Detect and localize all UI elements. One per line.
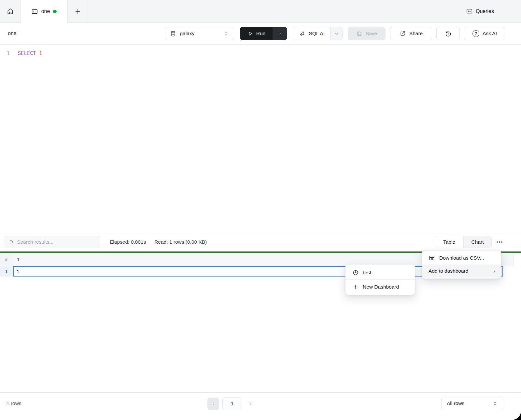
page-size-selector[interactable]: All rows — [441, 397, 503, 410]
share-button[interactable]: Share — [390, 27, 432, 40]
query-toolbar: one galaxy Run SQL AI — [0, 23, 521, 45]
read-stat: Read: 1 rows (0.00 KB) — [154, 239, 207, 245]
plus-icon — [352, 284, 359, 290]
history-icon — [445, 30, 452, 37]
run-label: Run — [256, 31, 265, 36]
sql-ai-split-button: SQL AI — [293, 27, 343, 40]
question-circle-icon: ? — [472, 30, 479, 37]
menu-item-download-csv[interactable]: Download as CSV... — [422, 251, 501, 264]
new-tab-button[interactable] — [68, 0, 88, 23]
submenu-item-test[interactable]: test — [345, 265, 415, 279]
plus-icon — [74, 8, 81, 15]
pagination: 1 — [207, 397, 256, 410]
sql-keyword: SELECT — [18, 50, 36, 56]
tab-bar: one Queries — [0, 0, 521, 23]
row-index-cell: 1 — [0, 266, 13, 277]
grid-empty-area — [0, 277, 521, 392]
run-button[interactable]: Run — [240, 27, 273, 40]
updown-chevron-icon — [492, 401, 498, 406]
run-split-button: Run — [240, 27, 287, 40]
share-icon — [400, 30, 406, 37]
menu-item-label: Add to dashboard — [429, 268, 487, 274]
menu-item-label: Download as CSV... — [439, 255, 497, 261]
more-options-button[interactable] — [496, 239, 503, 245]
tab-label: one — [41, 8, 50, 14]
submenu-item-label: New Dashboard — [363, 284, 399, 290]
menu-item-add-to-dashboard[interactable]: Add to dashboard — [422, 264, 501, 278]
sql-ai-button[interactable]: SQL AI — [293, 27, 330, 40]
results-context-menu: Download as CSV... Add to dashboard — [422, 250, 501, 279]
updown-chevron-icon — [224, 31, 229, 36]
tab-one[interactable]: one — [21, 0, 68, 23]
grid-header-filler — [514, 253, 521, 266]
line-number: 1 — [0, 50, 10, 56]
row-index-header: # — [0, 253, 13, 266]
queries-button[interactable]: Queries — [466, 8, 494, 15]
share-label: Share — [409, 31, 423, 36]
submenu-item-label: test — [363, 270, 371, 276]
chevron-right-icon — [248, 401, 253, 406]
database-selector[interactable]: galaxy — [165, 27, 234, 40]
tab-table-view[interactable]: Table — [435, 236, 463, 248]
ellipsis-icon — [497, 241, 498, 243]
sql-editor[interactable]: 1 SELECT 1 — [0, 45, 521, 232]
view-toggle: Table Chart — [435, 236, 492, 248]
save-icon — [356, 31, 362, 37]
search-results-input[interactable] — [17, 239, 96, 245]
sql-literal: 1 — [39, 50, 42, 56]
tab-bar-filler: Queries — [88, 0, 521, 23]
tab-chart-view[interactable]: Chart — [463, 236, 491, 248]
home-button[interactable] — [0, 0, 21, 23]
chevron-right-icon — [492, 269, 497, 274]
next-page-button[interactable] — [245, 397, 256, 410]
elapsed-stat: Elapsed: 0.001s — [110, 239, 146, 245]
home-icon — [7, 7, 14, 15]
code-line: 1 SELECT 1 — [0, 49, 521, 58]
search-icon — [9, 239, 14, 245]
chevron-down-icon — [277, 31, 282, 36]
dashboard-submenu: test New Dashboard — [345, 264, 415, 295]
database-value: galaxy — [180, 31, 220, 36]
save-label: Save — [366, 31, 377, 36]
play-icon — [247, 31, 253, 36]
history-button[interactable] — [436, 27, 460, 40]
rows-count: 1 rows — [7, 400, 21, 406]
results-toolbar: Elapsed: 0.001s Read: 1 rows (0.00 KB) T… — [0, 232, 521, 251]
run-options-button[interactable] — [273, 27, 287, 40]
ask-ai-button[interactable]: ? Ask AI — [464, 27, 505, 40]
queries-label: Queries — [476, 8, 494, 14]
chevron-left-icon — [211, 401, 216, 406]
sql-code: SELECT 1 — [10, 50, 42, 56]
terminal-icon — [466, 8, 473, 15]
sql-ai-label: SQL AI — [309, 31, 325, 36]
table-grid-icon — [429, 255, 435, 261]
sql-ai-options-button[interactable] — [330, 27, 342, 40]
ask-ai-label: Ask AI — [483, 31, 497, 36]
results-footer: 1 rows 1 All rows — [0, 392, 521, 420]
page-size-value: All rows — [447, 400, 492, 406]
prev-page-button[interactable] — [207, 398, 219, 410]
sparkles-icon — [299, 30, 305, 37]
submenu-item-new-dashboard[interactable]: New Dashboard — [345, 280, 415, 294]
query-title: one — [8, 31, 17, 36]
sql-console-app: one Queries one galaxy Run — [0, 0, 521, 420]
current-page-button[interactable]: 1 — [222, 397, 242, 410]
search-results-box — [5, 236, 100, 248]
terminal-icon — [31, 8, 38, 15]
database-icon — [170, 31, 176, 37]
pie-chart-icon — [352, 269, 359, 276]
chevron-down-icon — [334, 31, 339, 36]
save-button[interactable]: Save — [348, 27, 386, 40]
unsaved-dot — [53, 10, 57, 13]
